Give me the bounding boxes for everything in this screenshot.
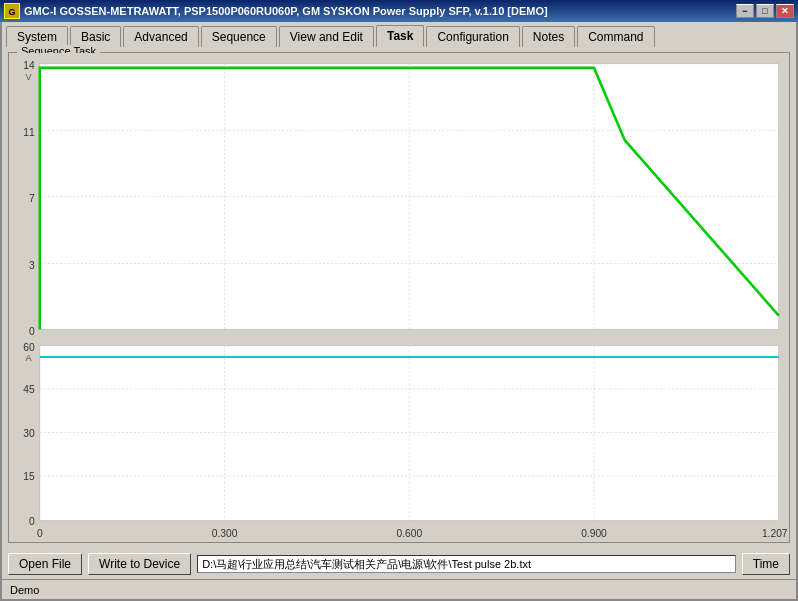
svg-text:3: 3 xyxy=(29,260,35,271)
file-path-input[interactable] xyxy=(197,555,736,573)
tab-task[interactable]: Task xyxy=(376,25,424,47)
svg-text:G: G xyxy=(8,7,15,17)
svg-text:45: 45 xyxy=(23,384,35,395)
sequence-task-box: Sequence Task xyxy=(8,52,790,543)
title-bar: G GMC-I GOSSEN-METRAWATT, PSP1500P060RU0… xyxy=(0,0,798,22)
chart-container: 14 V 11 7 3 0 xyxy=(9,53,789,542)
status-bar: Demo xyxy=(2,579,796,599)
svg-text:0: 0 xyxy=(29,516,35,527)
svg-text:7: 7 xyxy=(29,193,35,204)
tab-command[interactable]: Command xyxy=(577,26,654,47)
time-button[interactable]: Time xyxy=(742,553,790,575)
window-controls: − □ ✕ xyxy=(736,4,794,18)
svg-text:A: A xyxy=(25,352,32,363)
tab-view-and-edit[interactable]: View and Edit xyxy=(279,26,374,47)
tab-configuration[interactable]: Configuration xyxy=(426,26,519,47)
svg-text:14: 14 xyxy=(23,60,35,71)
svg-text:V: V xyxy=(25,70,32,81)
svg-text:60: 60 xyxy=(23,341,35,352)
write-device-button[interactable]: Write to Device xyxy=(88,553,191,575)
minimize-button[interactable]: − xyxy=(736,4,754,18)
open-file-button[interactable]: Open File xyxy=(8,553,82,575)
window-title: GMC-I GOSSEN-METRAWATT, PSP1500P060RU060… xyxy=(24,5,736,17)
svg-text:0.600: 0.600 xyxy=(396,528,422,539)
svg-text:1.207 s: 1.207 s xyxy=(762,528,789,539)
svg-text:11: 11 xyxy=(23,127,35,138)
tab-sequence[interactable]: Sequence xyxy=(201,26,277,47)
status-text: Demo xyxy=(10,584,39,596)
app-icon: G xyxy=(4,3,20,19)
tab-system[interactable]: System xyxy=(6,26,68,47)
svg-text:0: 0 xyxy=(29,326,35,337)
svg-text:0.300: 0.300 xyxy=(212,528,238,539)
svg-text:0.900: 0.900 xyxy=(581,528,607,539)
maximize-button[interactable]: □ xyxy=(756,4,774,18)
bottom-bar: Open File Write to Device Time xyxy=(2,549,796,579)
svg-text:30: 30 xyxy=(23,428,35,439)
tab-advanced[interactable]: Advanced xyxy=(123,26,198,47)
main-window: System Basic Advanced Sequence View and … xyxy=(0,22,798,601)
tab-notes[interactable]: Notes xyxy=(522,26,575,47)
content-area: Sequence Task xyxy=(2,46,796,549)
tab-basic[interactable]: Basic xyxy=(70,26,121,47)
close-button[interactable]: ✕ xyxy=(776,4,794,18)
svg-text:0: 0 xyxy=(37,528,43,539)
tab-bar: System Basic Advanced Sequence View and … xyxy=(2,22,796,46)
svg-text:15: 15 xyxy=(23,471,35,482)
